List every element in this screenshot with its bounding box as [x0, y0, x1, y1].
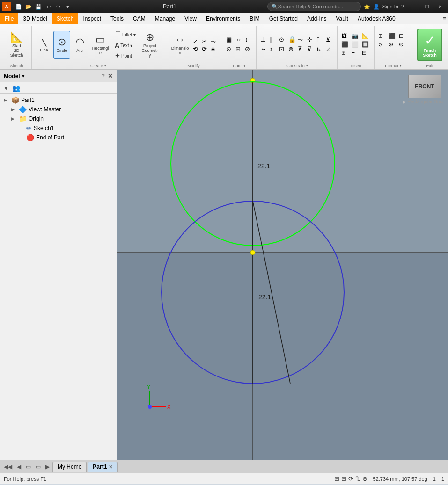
menu-file[interactable]: File: [0, 13, 18, 24]
viewcube[interactable]: FRONT: [406, 75, 443, 112]
ins-icon-7[interactable]: ⊞: [341, 50, 351, 57]
menu-tools[interactable]: Tools: [106, 13, 128, 24]
pattern-icon-5[interactable]: ⊞: [235, 45, 244, 54]
undo-btn[interactable]: ↩: [44, 2, 52, 11]
text-btn[interactable]: A Text ▾: [113, 41, 138, 50]
con-icon-7[interactable]: ⊡: [279, 45, 287, 54]
con-icon-6[interactable]: ↕: [270, 45, 278, 54]
minimize-btn[interactable]: —: [408, 2, 420, 11]
line-btn[interactable]: | Line: [36, 31, 52, 59]
con-icon-12[interactable]: ⊻: [326, 36, 334, 44]
ins-icon-3[interactable]: 📐: [362, 33, 371, 40]
mod-icon-5[interactable]: ⟳: [202, 45, 210, 52]
menu-bim[interactable]: BIM: [245, 13, 264, 24]
mod-icon-4[interactable]: ⟲: [193, 45, 201, 52]
mod-icon-2[interactable]: ✂: [202, 38, 210, 45]
fmt-icon-1[interactable]: ⊞: [378, 33, 388, 40]
fmt-icon-6[interactable]: ⊜: [399, 41, 408, 49]
ins-icon-9[interactable]: ⊟: [362, 50, 371, 57]
con-icon-1[interactable]: ⊥: [260, 36, 269, 44]
favorites-icon[interactable]: ⭐: [364, 4, 370, 10]
my-home-tab[interactable]: My Home: [52, 462, 87, 472]
status-icon-5[interactable]: ⊕: [362, 475, 367, 482]
help-btn[interactable]: ?: [401, 4, 404, 9]
create-dropdown-icon[interactable]: ▾: [104, 64, 106, 68]
users-icon[interactable]: 👥: [12, 84, 20, 92]
con-icon-9[interactable]: ⊸: [298, 36, 306, 44]
project-geometry-btn[interactable]: ⊕ ProjectGeometry: [139, 31, 161, 59]
tree-item-sketch1[interactable]: ▶ ✏ Sketch1: [17, 123, 115, 133]
sign-in-label[interactable]: Sign In: [382, 4, 398, 9]
new-btn[interactable]: 📄: [15, 2, 23, 11]
fillet-btn[interactable]: ⌒ Fillet ▾: [113, 29, 138, 40]
con-icon-13[interactable]: ⊼: [298, 45, 306, 54]
menu-get-started[interactable]: Get Started: [264, 13, 302, 24]
menu-add-ins[interactable]: Add-Ins: [302, 13, 331, 24]
nav-tab2-btn[interactable]: ▭: [34, 463, 43, 471]
part1-tab-close[interactable]: ✕: [109, 464, 112, 470]
con-icon-11[interactable]: ⊺: [316, 36, 325, 44]
tree-item-part1[interactable]: ▶ 📦 Part1: [2, 95, 115, 105]
con-icon-3[interactable]: ⊙: [279, 36, 287, 44]
menu-inspect[interactable]: Inspect: [78, 13, 106, 24]
expander-origin[interactable]: ▶: [11, 116, 17, 121]
con-icon-4[interactable]: 🔒: [288, 36, 297, 44]
nav-first-btn[interactable]: ◀◀: [2, 463, 14, 471]
more-btn[interactable]: ▾: [64, 2, 72, 11]
con-icon-5[interactable]: ↔: [260, 45, 269, 54]
ins-icon-5[interactable]: ⬜: [352, 41, 361, 49]
mod-icon-6[interactable]: ◈: [211, 45, 219, 52]
menu-sketch[interactable]: Sketch: [52, 13, 79, 24]
ins-icon-4[interactable]: ⬛: [341, 41, 351, 49]
arc-btn[interactable]: ◠ Arc: [71, 31, 88, 59]
tree-item-end-of-part[interactable]: ▶ 🔴 End of Part: [17, 133, 115, 142]
pattern-icon-1[interactable]: ▦: [226, 36, 235, 44]
menu-view[interactable]: View: [180, 13, 201, 24]
pattern-icon-2[interactable]: ↔: [235, 36, 244, 44]
canvas-area[interactable]: 22.1 22.1 FRONT ▶ Rectangular Snip: [117, 70, 448, 460]
mod-icon-1[interactable]: ⤢: [193, 38, 201, 45]
mod-icon-3[interactable]: ⊸: [211, 38, 219, 45]
start-2d-sketch-btn[interactable]: 📐 Start2D Sketch: [5, 31, 29, 59]
rectangle-btn[interactable]: ▭ Rectangle: [89, 31, 112, 59]
ins-icon-8[interactable]: +: [352, 50, 361, 57]
redo-btn[interactable]: ↪: [54, 2, 62, 11]
menu-vault[interactable]: Vault: [331, 13, 353, 24]
expander-view-master[interactable]: ▶: [11, 107, 17, 112]
ins-icon-1[interactable]: 🖼: [341, 33, 351, 40]
format-dropdown-icon[interactable]: ▾: [400, 64, 402, 68]
con-icon-16[interactable]: ⊿: [326, 45, 334, 54]
fmt-icon-2[interactable]: ⬛: [389, 33, 398, 40]
constrain-dropdown-icon[interactable]: ▾: [306, 64, 308, 68]
save-btn[interactable]: 💾: [34, 2, 43, 11]
search-box[interactable]: 🔍 Search Help & Commands...: [267, 2, 361, 11]
part1-tab[interactable]: Part1 ✕: [88, 462, 118, 472]
model-help-icon[interactable]: ?: [102, 73, 105, 80]
tree-item-origin[interactable]: ▶ 📁 Origin: [9, 114, 115, 123]
ins-icon-2[interactable]: 📷: [352, 33, 361, 40]
dimension-btn[interactable]: ↔ Dimension: [168, 31, 192, 59]
pattern-icon-4[interactable]: ⊙: [226, 45, 235, 54]
con-icon-10[interactable]: ⊹: [307, 36, 316, 44]
expander-part1[interactable]: ▶: [4, 98, 9, 102]
panel-toggle[interactable]: ≡: [441, 15, 448, 22]
fmt-icon-3[interactable]: ⊡: [399, 33, 408, 40]
status-icon-4[interactable]: ⇅: [355, 475, 360, 482]
nav-tab1-btn[interactable]: ▭: [24, 463, 33, 471]
viewcube-face[interactable]: FRONT: [408, 75, 441, 98]
con-icon-15[interactable]: ⊾: [316, 45, 325, 54]
nav-next-btn[interactable]: ▶: [44, 463, 51, 471]
nav-prev-btn[interactable]: ◀: [15, 463, 23, 471]
con-icon-14[interactable]: ⊽: [307, 45, 316, 54]
ins-icon-6[interactable]: 🔲: [362, 41, 371, 49]
restore-btn[interactable]: ❐: [421, 2, 433, 11]
close-btn[interactable]: ✕: [434, 2, 446, 11]
menu-3d-model[interactable]: 3D Model: [18, 13, 51, 24]
circle-btn[interactable]: ⊙ Circle: [53, 31, 70, 59]
pattern-icon-6[interactable]: ⊘: [245, 45, 253, 54]
status-icon-1[interactable]: ⊞: [334, 475, 339, 482]
con-icon-8[interactable]: ⊜: [288, 45, 297, 54]
menu-manage[interactable]: Manage: [150, 13, 180, 24]
status-icon-2[interactable]: ⊟: [341, 475, 346, 482]
finish-sketch-btn[interactable]: ✓ Finish Sketch: [417, 29, 442, 61]
